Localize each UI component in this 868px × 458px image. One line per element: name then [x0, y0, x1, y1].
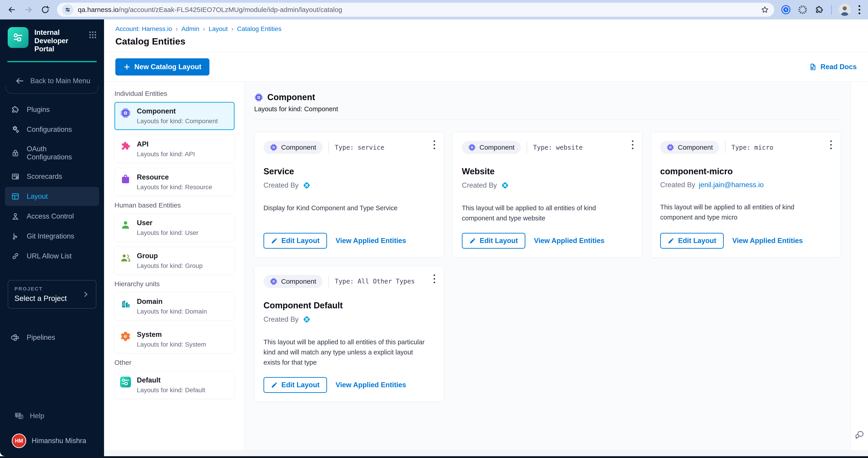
entity-kind-domain[interactable]: Domain Layouts for kind: Domain [115, 292, 235, 320]
entity-kind-sub: Layouts for kind: Resource [137, 184, 212, 191]
browser-toolbar: qa.harness.io/ng/account/zEaak-FLS425IEO… [0, 0, 868, 20]
entity-kind-resource[interactable]: Resource Layouts for kind: Resource [115, 168, 235, 196]
url-host: qa.harness.io [78, 6, 119, 13]
edit-layout-button[interactable]: Edit Layout [264, 233, 327, 249]
module-grid-icon[interactable] [88, 30, 97, 39]
view-applied-entities-link[interactable]: View Applied Entities [336, 237, 406, 245]
entity-kind-name: User [137, 219, 198, 227]
view-applied-entities-link[interactable]: View Applied Entities [336, 381, 406, 389]
entity-kind-api[interactable]: API Layouts for kind: API [115, 135, 235, 163]
browser-menu-icon[interactable] [858, 4, 861, 15]
breadcrumb-admin[interactable]: Admin [181, 25, 199, 33]
user-menu[interactable]: HM Himanshu Mishra [0, 434, 104, 448]
extension-spinner-icon[interactable] [798, 5, 808, 15]
sidebar-item-label: Git Integrations [27, 232, 74, 240]
help-button[interactable]: ? Help [0, 411, 104, 421]
card-menu-icon[interactable] [630, 139, 635, 151]
sidebar-item-label: Access Control [27, 212, 74, 220]
entity-kind-name: Default [137, 376, 205, 384]
breadcrumb-layout[interactable]: Layout [209, 25, 228, 33]
sidebar-item-label: OAuth Configurations [27, 145, 93, 161]
product-title: Internal Developer Portal [34, 29, 87, 53]
section-title-individual: Individual Entities [115, 90, 235, 97]
entity-kind-system[interactable]: System Layouts for kind: System [115, 325, 235, 353]
site-settings-icon[interactable] [62, 4, 73, 15]
pipelines-icon [11, 333, 20, 342]
sidebar-item-layout[interactable]: Layout [5, 187, 99, 206]
card-menu-icon[interactable] [432, 273, 436, 285]
entity-kind-component[interactable]: Component Layouts for kind: Component [115, 102, 235, 130]
refresh-icon[interactable] [40, 5, 50, 15]
entity-kind-sub: Layouts for kind: Domain [137, 308, 207, 315]
back-icon[interactable] [7, 5, 17, 15]
person-outline-icon [11, 212, 20, 221]
entity-kind-sub: Layouts for kind: Group [137, 262, 203, 269]
layout-card-service: Component Type: service Service Created … [254, 132, 444, 258]
svg-text:?: ? [17, 413, 19, 417]
divider [329, 275, 329, 287]
entity-kind-user[interactable]: User Layouts for kind: User [115, 214, 235, 242]
sidebar-item-url-allow-list[interactable]: URL Allow List [5, 247, 99, 266]
forward-icon[interactable] [24, 5, 33, 15]
divider [254, 120, 841, 120]
layout-card-component-micro: Component Type: micro component-micro Cr… [651, 132, 841, 258]
sidebar: Internal Developer Portal Back to Main M… [0, 20, 104, 456]
type-label: Type: All Other Types [335, 277, 415, 285]
layout-card-component-default: Component Type: All Other Types Componen… [254, 266, 444, 402]
sidebar-item-label: Scorecards [27, 172, 62, 181]
sidebar-item-pipelines[interactable]: Pipelines [5, 328, 99, 347]
sidebar-item-oauth-configurations[interactable]: OAuth Configurations [5, 140, 99, 166]
entity-kind-name: System [137, 330, 206, 339]
entity-kind-default[interactable]: Default Layouts for kind: Default [115, 371, 235, 399]
read-docs-link[interactable]: Read Docs [809, 63, 857, 71]
view-applied-entities-link[interactable]: View Applied Entities [534, 237, 604, 245]
breadcrumb: Account: Harness.io › Admin › Layout › C… [115, 25, 857, 33]
kind-badge: Component [264, 141, 322, 154]
sidebar-item-git-integrations[interactable]: Git Integrations [5, 227, 99, 246]
edit-layout-button[interactable]: Edit Layout [660, 233, 724, 249]
pencil-icon [271, 237, 278, 244]
person-icon [120, 219, 131, 230]
sidebar-item-access-control[interactable]: Access Control [5, 207, 99, 226]
card-menu-icon[interactable] [829, 139, 833, 151]
layout-description: This layout will be applied to all entit… [660, 202, 831, 223]
chat-support-icon[interactable] [854, 428, 865, 440]
new-catalog-layout-button[interactable]: New Catalog Layout [115, 58, 210, 75]
extensions-puzzle-icon[interactable] [814, 5, 824, 15]
project-selector[interactable]: PROJECT Select a Project [8, 280, 96, 308]
creator-email-link[interactable]: jenil.jain@harness.io [699, 181, 764, 189]
page-header: Account: Harness.io › Admin › Layout › C… [104, 20, 868, 53]
harness-logo-icon [302, 315, 311, 324]
bookmark-star-icon[interactable] [761, 5, 769, 14]
type-label: Type: micro [732, 144, 773, 151]
people-icon [120, 252, 131, 263]
user-avatar: HM [12, 434, 26, 448]
breadcrumb-account[interactable]: Account: Harness.io [115, 25, 172, 33]
kind-badge: Component [660, 141, 719, 154]
address-bar[interactable]: qa.harness.io/ng/account/zEaak-FLS425IEO… [57, 3, 774, 17]
edit-layout-button[interactable]: Edit Layout [264, 377, 327, 393]
layout-name: Service [264, 167, 435, 176]
sidebar-item-configurations[interactable]: Configurations [5, 120, 99, 139]
view-applied-entities-link[interactable]: View Applied Entities [732, 237, 803, 245]
created-by-label: Created By [660, 181, 695, 189]
breadcrumb-catalog-entities[interactable]: Catalog Entities [237, 25, 281, 33]
component-chip-icon [468, 143, 476, 151]
browser-profile-avatar[interactable] [839, 4, 851, 16]
project-value: Select a Project [14, 294, 82, 303]
status-strip [104, 451, 868, 456]
entity-kind-panel: Individual Entities Component Layouts fo… [104, 81, 244, 451]
help-label: Help [30, 412, 44, 420]
back-to-main-menu[interactable]: Back to Main Menu [0, 62, 104, 86]
card-menu-icon[interactable] [432, 139, 436, 151]
entity-kind-name: API [137, 140, 195, 148]
sidebar-item-scorecards[interactable]: Scorecards [5, 167, 99, 186]
entity-kind-group[interactable]: Group Layouts for kind: Group [115, 247, 235, 275]
toolbar: New Catalog Layout Read Docs [104, 53, 868, 81]
layout-name: component-micro [660, 167, 831, 176]
arrow-left-icon [15, 76, 24, 86]
sidebar-item-plugins[interactable]: Plugins [5, 100, 99, 119]
onepassword-extension-icon[interactable] [781, 5, 791, 15]
edit-layout-button[interactable]: Edit Layout [462, 233, 525, 249]
section-title-other: Other [115, 359, 235, 366]
